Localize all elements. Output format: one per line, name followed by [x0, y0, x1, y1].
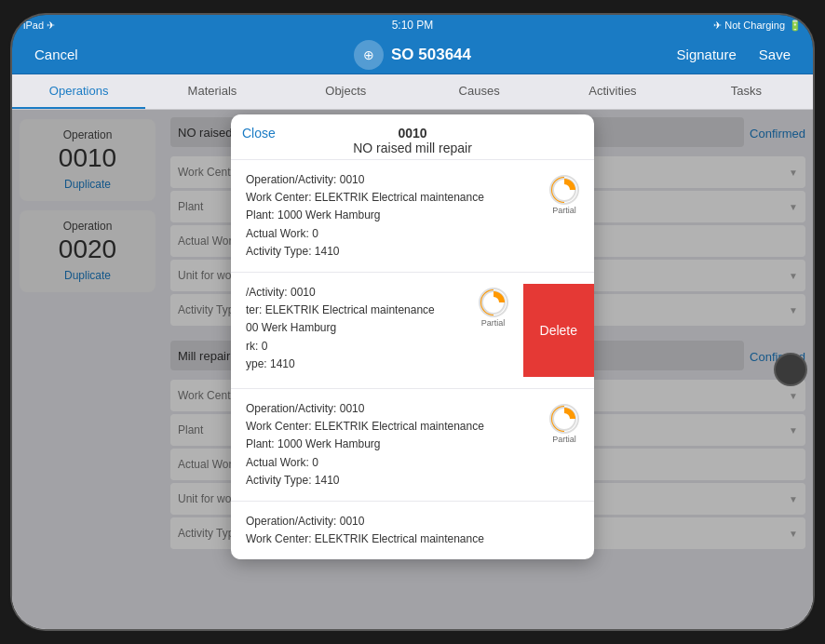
popup-activity-type-3: Activity Type: 1410	[246, 472, 542, 490]
popup-section-2: /Activity: 0010 ter: ELEKTRIK Electrical…	[231, 272, 594, 388]
popup-actual-work-2: rk: 0	[246, 338, 471, 356]
status-bar: iPad ✈ 5:10 PM ✈ Not Charging 🔋	[12, 15, 813, 35]
tab-materials[interactable]: Materials	[145, 74, 278, 109]
nav-bar: Cancel ⊕ SO 503644 Signature Save	[12, 35, 813, 74]
partial-label-2: Partial	[481, 318, 506, 328]
tab-objects[interactable]: Objects	[279, 74, 412, 109]
nav-title: SO 503644	[391, 46, 471, 64]
popup-close-button[interactable]: Close	[242, 126, 276, 141]
cancel-button[interactable]: Cancel	[27, 43, 86, 66]
popup-activity-type-2: ype: 1410	[246, 356, 471, 373]
battery-icon: 🔋	[789, 20, 802, 32]
popup-work-center-2: ter: ELEKTRIK Electrical maintenance	[246, 302, 471, 319]
popup-plant-3: Plant: 1000 Werk Hamburg	[246, 436, 542, 453]
popup-work-center-3: Work Center: ELEKTRIK Electrical mainten…	[246, 418, 542, 436]
popup-actual-work-1: Actual Work: 0	[246, 225, 542, 243]
popup-work-center-4: Work Center: ELEKTRIK Electrical mainten…	[246, 530, 579, 548]
popup-work-center-1: Work Center: ELEKTRIK Electrical mainten…	[246, 189, 542, 207]
popup-op-activity-3: Operation/Activity: 0010	[246, 400, 542, 418]
partial-indicator-2[interactable]: Partial	[479, 288, 508, 328]
status-bar-right: ✈ Not Charging 🔋	[713, 20, 802, 32]
partial-label-1: Partial	[552, 206, 576, 215]
popup-section-2-content: /Activity: 0010 ter: ELEKTRIK Electrical…	[246, 284, 471, 373]
popup-op-activity-2: /Activity: 0010	[246, 284, 471, 302]
status-ipad-label: iPad ✈	[23, 20, 55, 32]
popup-section-1: Operation/Activity: 0010 Work Center: EL…	[231, 159, 594, 272]
popup-card: Close 0010 NO raised mill repair Operati…	[231, 114, 594, 559]
nav-icon-button[interactable]: ⊕	[354, 40, 384, 70]
tab-activities[interactable]: Activities	[546, 74, 679, 109]
popup-plant-2: 00 Werk Hamburg	[246, 319, 471, 337]
popup-plant-1: Plant: 1000 Werk Hamburg	[246, 207, 542, 224]
popup-section-4-content: Operation/Activity: 0010 Work Center: EL…	[246, 513, 579, 548]
save-button[interactable]: Save	[751, 43, 798, 66]
partial-indicator-1[interactable]: Partial	[549, 175, 579, 215]
tab-operations[interactable]: Operations	[12, 74, 145, 109]
svg-point-5	[559, 413, 570, 424]
popup-header: Close 0010 NO raised mill repair	[231, 114, 594, 159]
svg-point-3	[488, 297, 499, 308]
partial-indicator-3[interactable]: Partial	[549, 404, 579, 444]
ipad-frame: iPad ✈ 5:10 PM ✈ Not Charging 🔋 Cancel ⊕…	[12, 15, 813, 629]
status-bar-left: iPad ✈	[23, 20, 55, 32]
tab-bar: Operations Materials Objects Causes Acti…	[12, 74, 813, 110]
nav-right-actions: Signature Save	[669, 43, 798, 66]
popup-section-3: Operation/Activity: 0010 Work Center: EL…	[231, 388, 594, 501]
home-button[interactable]	[774, 353, 807, 386]
signature-button[interactable]: Signature	[669, 43, 744, 66]
tab-tasks[interactable]: Tasks	[680, 74, 813, 109]
tab-causes[interactable]: Causes	[412, 74, 546, 109]
popup-section-1-content: Operation/Activity: 0010 Work Center: EL…	[246, 171, 542, 261]
popup-section-4: Operation/Activity: 0010 Work Center: EL…	[231, 501, 594, 559]
popup-op-activity-4: Operation/Activity: 0010	[246, 513, 579, 530]
status-bar-time: 5:10 PM	[392, 19, 434, 32]
popup-actual-work-3: Actual Work: 0	[246, 454, 542, 472]
popup-op-activity-1: Operation/Activity: 0010	[246, 171, 542, 189]
svg-point-1	[559, 184, 570, 195]
content-area: Operation 0010 Duplicate Operation 0020 …	[12, 110, 813, 629]
popup-activity-type-1: Activity Type: 1410	[246, 243, 542, 261]
partial-label-3: Partial	[552, 435, 576, 444]
popup-title-desc: NO raised mill repair	[246, 141, 579, 155]
popup-section-3-content: Operation/Activity: 0010 Work Center: EL…	[246, 400, 542, 490]
popup-title-number: 0010	[246, 126, 579, 141]
status-network-label: ✈ Not Charging	[713, 20, 785, 32]
delete-button[interactable]: Delete	[523, 284, 594, 377]
